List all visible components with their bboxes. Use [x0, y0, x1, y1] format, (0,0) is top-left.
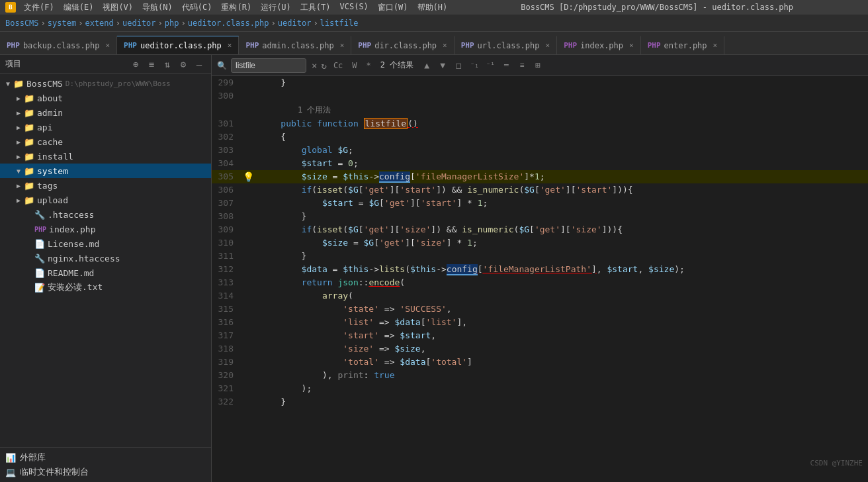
- sidebar-item-readme[interactable]: ▶ 📄 README.md: [0, 265, 211, 280]
- lightbulb-icon[interactable]: 💡: [243, 170, 254, 183]
- sidebar-item-nginx-label: nginx.htaccess: [48, 254, 120, 264]
- line-num-310: 310: [212, 236, 241, 250]
- tab-enter-label: enter.php: [664, 41, 707, 50]
- root-folder-icon: 📁: [13, 79, 24, 89]
- menu-tools[interactable]: 工具(T): [296, 2, 335, 13]
- breadcrumb-method[interactable]: listfile: [320, 19, 359, 28]
- tab-enter-close[interactable]: ×: [713, 41, 718, 50]
- search-opt3-button[interactable]: ═: [499, 59, 513, 72]
- tab-enter[interactable]: PHP enter.php ×: [641, 36, 725, 54]
- code-line-305: 305 💡 $size = $this->config['fileManager…: [212, 170, 868, 183]
- sidebar-item-index-php[interactable]: ▶ PHP index.php: [0, 222, 211, 236]
- sidebar-item-nginx[interactable]: ▶ 🔧 nginx.htaccess: [0, 251, 211, 265]
- menu-bar: 文件(F) 编辑(E) 视图(V) 导航(N) 代码(C) 重构(R) 运行(U…: [20, 2, 451, 13]
- line-content-303: global $G;: [255, 144, 868, 157]
- search-opt2-button[interactable]: ⁻¹: [484, 59, 497, 72]
- breadcrumb-bosscms[interactable]: BossCMS: [5, 19, 39, 28]
- tab-ueditor-label: ueditor.class.php: [140, 41, 222, 50]
- tab-index-close[interactable]: ×: [629, 41, 634, 50]
- sidebar-item-license[interactable]: ▶ 📄 License.md: [0, 236, 211, 251]
- sidebar-item-install[interactable]: ▶ 📁 install: [0, 149, 211, 164]
- code-line-304: 304 $start = 0;: [212, 157, 868, 170]
- word-match-btn[interactable]: W: [349, 61, 359, 70]
- menu-code[interactable]: 代码(C): [178, 2, 216, 13]
- breadcrumb-system[interactable]: system: [48, 19, 76, 28]
- menu-edit[interactable]: 编辑(E): [60, 2, 98, 13]
- sidebar-btn-close[interactable]: —: [193, 58, 206, 71]
- sidebar-item-readme-label: README.md: [48, 268, 94, 278]
- sidebar-item-cache-label: cache: [37, 137, 63, 147]
- menu-help[interactable]: 帮助(H): [413, 2, 452, 13]
- sidebar-item-upload[interactable]: ▶ 📁 upload: [0, 193, 211, 207]
- sidebar-item-install-txt[interactable]: ▶ 📝 安装必读.txt: [0, 280, 211, 295]
- sidebar-item-about[interactable]: ▶ 📁 about: [0, 91, 211, 105]
- line-num-319: 319: [212, 356, 241, 369]
- code-line-315: 315 'state' => 'SUCCESS',: [212, 303, 868, 316]
- about-folder-icon: 📁: [24, 93, 34, 103]
- code-view[interactable]: 299 } 300 000 1 个用法 301 public func: [212, 76, 868, 482]
- tree-root-item[interactable]: ▼ 📁 BossCMS D:\phpstudy_pro\WWW\Boss: [0, 76, 211, 91]
- sidebar-item-htaccess[interactable]: ▶ 🔧 .htaccess: [0, 207, 211, 222]
- menu-view[interactable]: 视图(V): [99, 2, 137, 13]
- sidebar-item-system[interactable]: ▼ 📁 system: [0, 164, 211, 178]
- license-file-icon: 📄: [34, 239, 45, 249]
- sidebar-item-tags[interactable]: ▶ 📁 tags: [0, 178, 211, 193]
- tab-dir[interactable]: PHP dir.class.php ×: [351, 36, 454, 54]
- nginx-file-icon: 🔧: [34, 254, 45, 264]
- code-line-314: 314 array(: [212, 289, 868, 303]
- sidebar-external-libs[interactable]: 📊 外部库: [0, 450, 211, 465]
- readme-file-icon: 📄: [34, 268, 45, 278]
- tab-admin-close[interactable]: ×: [340, 41, 345, 50]
- tab-admin[interactable]: PHP admin.class.php ×: [239, 36, 351, 54]
- sidebar-btn-collapse[interactable]: ≡: [145, 58, 158, 71]
- menu-run[interactable]: 运行(U): [257, 2, 295, 13]
- tab-index[interactable]: PHP index.php ×: [557, 36, 641, 54]
- main-layout: 项目 ⊕ ≡ ⇅ ⚙ — ▼ 📁 BossCMS D:\phpstudy_pro…: [0, 55, 868, 482]
- sidebar-btn-settings[interactable]: ⚙: [177, 58, 190, 71]
- menu-file[interactable]: 文件(F): [20, 2, 58, 13]
- search-refresh-button[interactable]: ↻: [321, 60, 326, 71]
- cache-folder-icon: 📁: [24, 137, 34, 147]
- search-opt1-button[interactable]: ⁻₁: [468, 59, 481, 72]
- sidebar-item-cache[interactable]: ▶ 📁 cache: [0, 134, 211, 149]
- search-input[interactable]: [236, 61, 302, 70]
- sidebar-btn-expand[interactable]: ⇅: [161, 58, 174, 71]
- prev-match-button[interactable]: ▲: [420, 59, 433, 72]
- search-filter-button[interactable]: ⊞: [531, 59, 544, 72]
- breadcrumb-extend[interactable]: extend: [85, 19, 113, 28]
- line-num-317: 317: [212, 329, 241, 342]
- sidebar-item-admin[interactable]: ▶ 📁 admin: [0, 105, 211, 120]
- tab-url-close[interactable]: ×: [546, 41, 550, 50]
- next-match-button[interactable]: ▼: [436, 59, 449, 72]
- search-clear-button[interactable]: ×: [312, 60, 317, 71]
- tab-url[interactable]: PHP url.class.php ×: [455, 36, 557, 54]
- tab-backup[interactable]: PHP backup.class.php ×: [0, 36, 117, 54]
- tab-dir-close[interactable]: ×: [443, 41, 447, 50]
- php-icon-url: PHP: [461, 41, 474, 50]
- breadcrumb-ueditor[interactable]: ueditor: [122, 19, 156, 28]
- external-libs-icon: 📊: [5, 453, 16, 463]
- tab-ueditor[interactable]: PHP ueditor.class.php ×: [117, 36, 239, 54]
- sidebar-item-system-label: system: [37, 166, 68, 176]
- regex-btn[interactable]: *: [364, 61, 374, 70]
- breadcrumb-file[interactable]: ueditor.class.php: [188, 19, 269, 28]
- usage-hint: 1 个用法: [255, 103, 331, 117]
- line-content-315: 'state' => 'SUCCESS',: [255, 303, 868, 316]
- sidebar-item-install-label: install: [37, 152, 73, 162]
- breadcrumb-php[interactable]: php: [165, 19, 179, 28]
- breadcrumb-class[interactable]: ueditor: [278, 19, 312, 28]
- tab-backup-close[interactable]: ×: [105, 41, 110, 50]
- menu-vcs[interactable]: VCS(S): [336, 2, 372, 13]
- sidebar-item-api[interactable]: ▶ 📁 api: [0, 120, 211, 134]
- sidebar-temp-files[interactable]: 💻 临时文件和控制台: [0, 465, 211, 479]
- search-opt4-button[interactable]: ≡: [515, 59, 529, 72]
- menu-window[interactable]: 窗口(W): [374, 2, 412, 13]
- menu-refactor[interactable]: 重构(R): [217, 2, 255, 13]
- sidebar-btn-add[interactable]: ⊕: [129, 58, 142, 71]
- menu-navigate[interactable]: 导航(N): [138, 2, 177, 13]
- tab-ueditor-close[interactable]: ×: [228, 41, 232, 50]
- toggle-highlight-button[interactable]: □: [452, 59, 465, 72]
- line-content-314: array(: [255, 289, 868, 303]
- line-content-310: $size = $G['get']['size'] * 1;: [255, 236, 868, 250]
- case-sensitive-btn[interactable]: Cc: [331, 61, 345, 70]
